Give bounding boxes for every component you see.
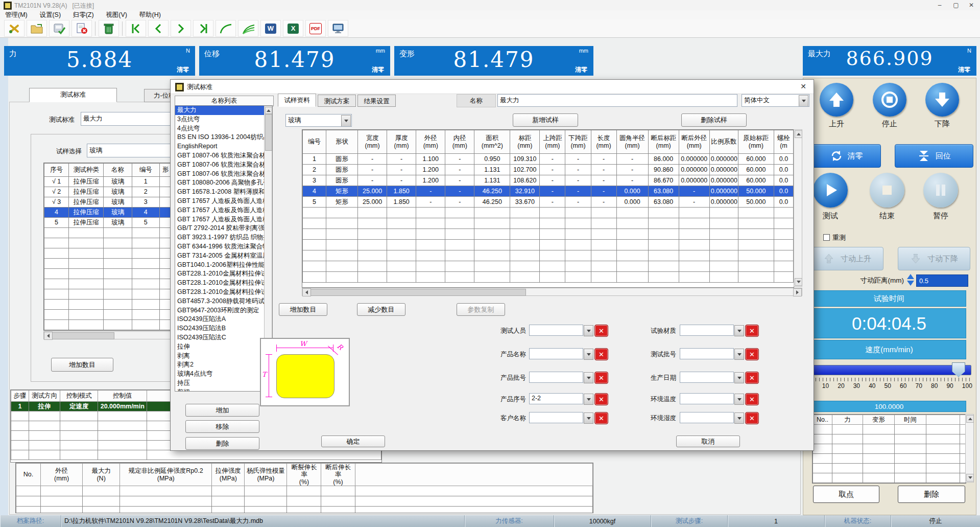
- column-header[interactable]: 外径 (mm): [41, 464, 83, 486]
- column-header[interactable]: 断后标距 (mm): [648, 130, 679, 154]
- tab-test-plan[interactable]: 测试方案: [318, 95, 356, 107]
- ok-button[interactable]: 确定: [321, 436, 385, 447]
- standard-add-button[interactable]: 增加: [185, 404, 259, 417]
- export-pdf-button[interactable]: PDF: [305, 20, 326, 37]
- standard-list-item[interactable]: ISO2439压陷法B: [175, 324, 272, 333]
- table-row[interactable]: 5拉伸压缩玻璃5: [44, 218, 172, 228]
- column-header[interactable]: No.: [16, 464, 41, 486]
- combo-dropdown-icon[interactable]: [734, 325, 744, 336]
- table-row[interactable]: 1圆形--1.100-0.950109.310----86.0000.00000…: [303, 154, 794, 165]
- scroll-up-arrow[interactable]: [265, 107, 272, 114]
- standard-list-item[interactable]: ISO2439压陷法A: [175, 315, 272, 324]
- column-header[interactable]: 标距 (mm): [510, 130, 540, 154]
- scroll-right-arrow[interactable]: [793, 288, 802, 296]
- table-row[interactable]: 5矩形25.0001.850--46.25033.670---0.00063.0…: [303, 197, 794, 208]
- combo-dropdown-icon[interactable]: [341, 115, 351, 127]
- scroll-down-arrow[interactable]: [795, 278, 802, 286]
- column-header[interactable]: [926, 415, 960, 425]
- scroll-up-arrow[interactable]: [966, 415, 974, 423]
- standard-list-item[interactable]: GBT 108080-2006 高聚物多孔弹性: [175, 178, 272, 188]
- combo-dropdown-icon[interactable]: [584, 349, 593, 360]
- clear-field-button[interactable]: ✕: [594, 348, 608, 360]
- standard-delete-button[interactable]: 删除: [185, 437, 259, 450]
- ambient-temperature-input[interactable]: [680, 393, 734, 404]
- clear-field-button[interactable]: ✕: [594, 372, 608, 384]
- clear-field-button[interactable]: ✕: [745, 372, 759, 384]
- cancel-button[interactable]: 取消: [676, 436, 740, 447]
- close-button[interactable]: ✕: [964, 0, 979, 10]
- customer-name-input[interactable]: [529, 412, 583, 423]
- standard-list-item[interactable]: 最大力: [175, 106, 272, 115]
- tab-result-settings[interactable]: 结果设置: [357, 95, 396, 107]
- gauge-clear-button[interactable]: 清零: [372, 65, 384, 74]
- combo-dropdown-icon[interactable]: [584, 372, 593, 383]
- gauge-clear-button[interactable]: 清零: [177, 65, 189, 74]
- next-record-button[interactable]: [171, 20, 191, 37]
- standard-list-item[interactable]: GBT 10807-06 软质泡沫聚合材料: [175, 170, 272, 179]
- scroll-left-arrow[interactable]: [302, 288, 311, 296]
- standard-list-item[interactable]: 剪切: [175, 388, 272, 392]
- standard-list-item[interactable]: GBT 10807-06 软质泡沫聚合材料: [175, 161, 272, 170]
- specimen-table-vscroll[interactable]: [794, 129, 802, 287]
- standard-list-item[interactable]: 持压: [175, 379, 272, 388]
- add-specimen-button[interactable]: 新增试样: [513, 113, 578, 127]
- combo-dropdown-icon[interactable]: [584, 325, 593, 336]
- retest-checkbox[interactable]: [823, 234, 830, 241]
- inch-up-button[interactable]: 寸动上升: [811, 247, 883, 270]
- column-header[interactable]: 螺栓 (m: [774, 130, 793, 154]
- sample-select-input[interactable]: 玻璃: [87, 144, 174, 157]
- delete-point-button[interactable]: 删除: [898, 486, 965, 503]
- standard-list-item[interactable]: GBT1040.1-2006塑料拉伸性能的: [175, 261, 272, 270]
- material-input[interactable]: [680, 325, 734, 336]
- specimen-table-hscroll[interactable]: [302, 288, 802, 296]
- clear-field-button[interactable]: ✕: [745, 393, 759, 405]
- table-row[interactable]: 4矩形25.0001.850--46.25032.910---0.00063.0…: [303, 186, 794, 197]
- combo-dropdown-icon[interactable]: [799, 95, 808, 107]
- column-header[interactable]: 步骤: [11, 391, 29, 402]
- column-header[interactable]: 时间: [895, 415, 926, 425]
- standard-list-item[interactable]: GBT 10807-06 软质泡沫聚合材料: [175, 151, 272, 161]
- decrease-count-button[interactable]: 减少数目: [357, 303, 405, 316]
- table-row[interactable]: √ 2拉伸压缩玻璃2: [44, 187, 172, 197]
- add-count-button-main[interactable]: 增加数目: [51, 358, 113, 372]
- menu-settings[interactable]: 设置(S): [34, 10, 66, 20]
- scroll-left-arrow[interactable]: [44, 332, 53, 340]
- column-header[interactable]: 宽度 (mm): [358, 130, 387, 154]
- combo-dropdown-icon[interactable]: [584, 394, 593, 405]
- standard-name-input[interactable]: 最大力: [497, 94, 737, 107]
- crosshead-stop-button[interactable]: [873, 83, 906, 117]
- inch-down-button[interactable]: 寸动下降: [898, 247, 970, 270]
- speed-slider-track[interactable]: [811, 365, 971, 375]
- column-header[interactable]: 杨氏弹性模量 (MPa): [245, 464, 287, 486]
- standard-list-item[interactable]: ISO2439压陷法C: [175, 333, 272, 342]
- column-header[interactable]: 内径 (mm): [445, 130, 474, 154]
- gauge-clear-button[interactable]: 清零: [575, 65, 587, 74]
- clear-field-button[interactable]: ✕: [594, 412, 608, 424]
- points-table[interactable]: No..力变形时间: [812, 414, 966, 484]
- ambient-humidity-input[interactable]: [680, 412, 734, 423]
- standard-list-item[interactable]: GBT 17657 人造板及饰面人造板理: [175, 206, 272, 215]
- standard-list-item[interactable]: GBT4857.3-2008静载荷堆码试验2: [175, 297, 272, 306]
- column-header[interactable]: 比例系数: [709, 130, 738, 154]
- column-header[interactable]: 厚度 (mm): [387, 130, 416, 154]
- clear-field-button[interactable]: ✕: [745, 348, 759, 360]
- standard-list-item[interactable]: GBT228.1-2010金属材料拉伸试验: [175, 288, 272, 297]
- result-table[interactable]: No.外径 (mm)最大力 (N)规定非比例延伸强度Rp0.2 (MPa)拉伸强…: [15, 463, 593, 513]
- copy-params-button[interactable]: 参数复制: [457, 303, 505, 316]
- increase-count-button[interactable]: 增加数目: [279, 303, 327, 316]
- column-header[interactable]: 编号: [132, 164, 159, 177]
- combo-dropdown-icon[interactable]: [584, 413, 593, 424]
- gauge-clear-button[interactable]: 清零: [958, 65, 970, 74]
- home-button[interactable]: 回位: [895, 144, 973, 168]
- sample-combobox[interactable]: 玻璃: [285, 114, 352, 127]
- minimize-button[interactable]: –: [932, 0, 947, 10]
- standard-list-item[interactable]: GBT228.1-2010金属材料拉伸试验: [175, 269, 272, 279]
- clear-field-button[interactable]: ✕: [745, 412, 759, 424]
- standard-list-item[interactable]: EnglishReport: [175, 142, 272, 151]
- menu-manage[interactable]: 管理(M): [0, 10, 33, 20]
- monitor-button[interactable]: [328, 20, 348, 37]
- column-header[interactable]: 外径 (mm): [416, 130, 445, 154]
- column-header[interactable]: 规定非比例延伸强度Rp0.2 (MPa): [120, 464, 212, 486]
- standard-list-item[interactable]: 剥离2: [175, 360, 272, 370]
- column-header[interactable]: 断后伸长率 (%): [321, 464, 355, 486]
